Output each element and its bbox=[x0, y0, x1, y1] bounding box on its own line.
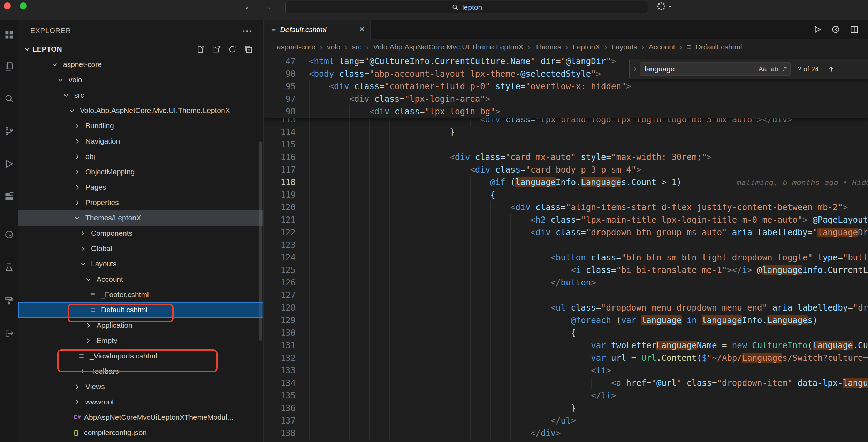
line-number: 129 bbox=[264, 314, 296, 327]
chevron-down-icon bbox=[667, 3, 673, 9]
line-number: 123 bbox=[264, 239, 296, 251]
extensions-icon[interactable] bbox=[4, 192, 14, 201]
find-widget: language Aa ab .* ? of 24 bbox=[629, 59, 868, 79]
tree-item-label: Default.cshtml bbox=[101, 306, 147, 314]
command-center-search[interactable]: lepton bbox=[285, 1, 648, 13]
tree-item-compilerconfig-json[interactable]: {}compilerconfig.json bbox=[18, 425, 263, 440]
tree-item--footer-cshtml[interactable]: ≡_Footer.cshtml bbox=[18, 287, 263, 302]
tree-item-themes-leptonx[interactable]: Themes/LeptonX bbox=[18, 210, 263, 226]
export-icon[interactable] bbox=[4, 328, 14, 338]
line-number: 134 bbox=[264, 377, 296, 389]
tree-item-bundling[interactable]: Bundling bbox=[18, 118, 263, 134]
code-line-127: 127 bbox=[264, 289, 868, 302]
sidebar-scrollbar[interactable] bbox=[259, 141, 262, 341]
tree-item-volo[interactable]: volo bbox=[18, 72, 263, 87]
explorer-icon[interactable] bbox=[4, 61, 14, 71]
tree-item-label: Components bbox=[91, 229, 132, 237]
find-query: language bbox=[645, 65, 675, 73]
sidebar-header: EXPLORER ⋯ bbox=[18, 20, 263, 41]
match-case-toggle[interactable]: Aa bbox=[759, 65, 767, 73]
tree-item--viewimports-cshtml[interactable]: ≡_ViewImports.cshtml bbox=[18, 348, 263, 364]
breadcrumb-item[interactable]: LeptonX bbox=[573, 43, 600, 51]
tree-item-components[interactable]: Components bbox=[18, 226, 263, 241]
tree-item-label: Toolbars bbox=[91, 367, 119, 375]
tree-item-objectmapping[interactable]: ObjectMapping bbox=[18, 164, 263, 180]
paint-roller-icon[interactable] bbox=[4, 296, 14, 305]
tree-item-layouts[interactable]: Layouts bbox=[18, 256, 263, 272]
line-number: 132 bbox=[264, 352, 296, 364]
grid-icon[interactable] bbox=[4, 30, 14, 40]
run-button[interactable] bbox=[813, 25, 822, 34]
editor-group: ≡ Default.cshtml × aspnet-core›volo›src›… bbox=[264, 20, 868, 442]
tree-item-global[interactable]: Global bbox=[18, 241, 263, 256]
test-beaker-icon[interactable] bbox=[4, 262, 14, 272]
breadcrumb-item[interactable]: volo bbox=[327, 43, 341, 51]
new-folder-icon[interactable] bbox=[212, 45, 221, 54]
run-debug-icon[interactable] bbox=[4, 159, 14, 169]
tree-item-navigation[interactable]: Navigation bbox=[18, 134, 263, 149]
whole-word-toggle[interactable]: ab bbox=[771, 65, 778, 73]
breadcrumb-item[interactable]: Volo.Abp.AspNetCore.Mvc.UI.Theme.LeptonX bbox=[373, 43, 523, 51]
more-actions-icon[interactable]: ⋯ bbox=[242, 25, 253, 37]
tree-item-abpaspnetcoremvcuileptonxthememodul-[interactable]: C#AbpAspNetCoreMvcUiLeptonXThemeModul... bbox=[18, 410, 263, 425]
breadcrumb-item[interactable]: aspnet-core bbox=[277, 43, 315, 51]
chevron-down-icon bbox=[85, 276, 97, 283]
breadcrumb-item[interactable]: Default.cshtml bbox=[696, 43, 742, 51]
code-line-128: 128<ul class="dropdown-menu dropdown-men… bbox=[264, 302, 868, 314]
tree-item-pages[interactable]: Pages bbox=[18, 180, 263, 195]
chevron-down-icon bbox=[74, 214, 85, 222]
tree-item-label: _Footer.cshtml bbox=[101, 290, 149, 299]
forward-button[interactable]: → bbox=[262, 1, 272, 12]
tree-item-src[interactable]: src bbox=[18, 87, 263, 103]
tree-item-label: Views bbox=[85, 382, 105, 391]
tree-item-properties[interactable]: Properties bbox=[18, 195, 263, 210]
open-changes-icon[interactable] bbox=[831, 25, 840, 34]
tree-item-views[interactable]: Views bbox=[18, 379, 263, 394]
account-menu[interactable] bbox=[657, 2, 673, 11]
workspace-section[interactable]: LEPTON bbox=[18, 41, 263, 57]
tree-item-obj[interactable]: obj bbox=[18, 149, 263, 164]
regex-toggle[interactable]: .* bbox=[782, 65, 787, 73]
breadcrumb-separator: › bbox=[528, 43, 530, 51]
search-icon bbox=[452, 4, 459, 11]
zoom-window-button[interactable] bbox=[20, 2, 27, 9]
refresh-icon[interactable] bbox=[228, 45, 237, 54]
close-tab-icon[interactable]: × bbox=[359, 25, 365, 34]
tree-item-wwwroot[interactable]: wwwroot bbox=[18, 394, 263, 410]
chevron-down-icon bbox=[57, 76, 69, 84]
source-control-icon[interactable] bbox=[4, 126, 14, 136]
breadcrumb-item[interactable]: Themes bbox=[535, 43, 561, 51]
toggle-replace-button[interactable] bbox=[630, 59, 640, 79]
history-clock-icon[interactable] bbox=[4, 230, 14, 239]
split-editor-icon[interactable] bbox=[850, 25, 859, 34]
vscode-window: ← → lepton bbox=[0, 0, 868, 442]
new-file-icon[interactable] bbox=[196, 45, 205, 54]
tree-item-volo-abp-aspnetcore-mvc-ui-theme-leptonx[interactable]: Volo.Abp.AspNetCore.Mvc.UI.Theme.LeptonX bbox=[18, 103, 263, 118]
find-input[interactable]: language Aa ab .* bbox=[640, 62, 791, 76]
tab-default-cshtml[interactable]: ≡ Default.cshtml × bbox=[264, 20, 371, 39]
tree-item-label: Application bbox=[97, 321, 132, 329]
code-line-116: 116<div class="card mx-auto" style="max-… bbox=[264, 151, 868, 163]
previous-match-button[interactable] bbox=[827, 65, 836, 73]
breadcrumb-item[interactable]: src bbox=[352, 43, 361, 51]
close-window-button[interactable] bbox=[4, 2, 11, 9]
tree-item-empty[interactable]: Empty bbox=[18, 333, 263, 348]
code-editor[interactable]: 113<div class="lpx-brand-logo lpx-login-… bbox=[264, 55, 868, 442]
account-icon bbox=[657, 2, 666, 11]
search-icon[interactable] bbox=[4, 94, 14, 104]
tree-item-application[interactable]: Application bbox=[18, 318, 263, 333]
collapse-all-icon[interactable] bbox=[244, 45, 253, 54]
breadcrumb-item[interactable]: Layouts bbox=[611, 43, 637, 51]
tree-item-aspnet-core[interactable]: aspnet-core bbox=[18, 57, 263, 72]
breadcrumb-item[interactable]: Account bbox=[649, 43, 675, 51]
chevron-right-icon bbox=[85, 337, 97, 344]
chevron-down-icon bbox=[68, 107, 80, 114]
chevron-down-icon bbox=[62, 92, 74, 99]
tree-item-toolbars[interactable]: Toolbars bbox=[18, 364, 263, 379]
tree-item-account[interactable]: Account bbox=[18, 272, 263, 287]
code-line-132: 132var url = Url.Content($"~/Abp/Languag… bbox=[264, 352, 868, 364]
chevron-right-icon bbox=[74, 398, 85, 406]
back-button[interactable]: ← bbox=[244, 1, 253, 12]
tree-item-default-cshtml[interactable]: ≡Default.cshtml bbox=[18, 302, 263, 318]
csharp-file-icon: C# bbox=[74, 414, 84, 420]
